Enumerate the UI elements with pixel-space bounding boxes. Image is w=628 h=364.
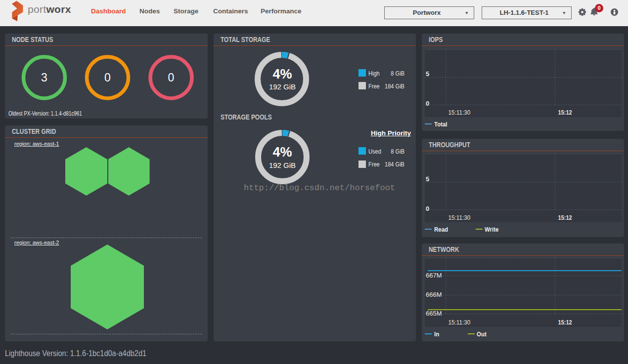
svg-text:0: 0 (104, 71, 111, 84)
svg-text:3: 3 (41, 71, 47, 84)
svg-text:0: 0 (168, 71, 175, 84)
